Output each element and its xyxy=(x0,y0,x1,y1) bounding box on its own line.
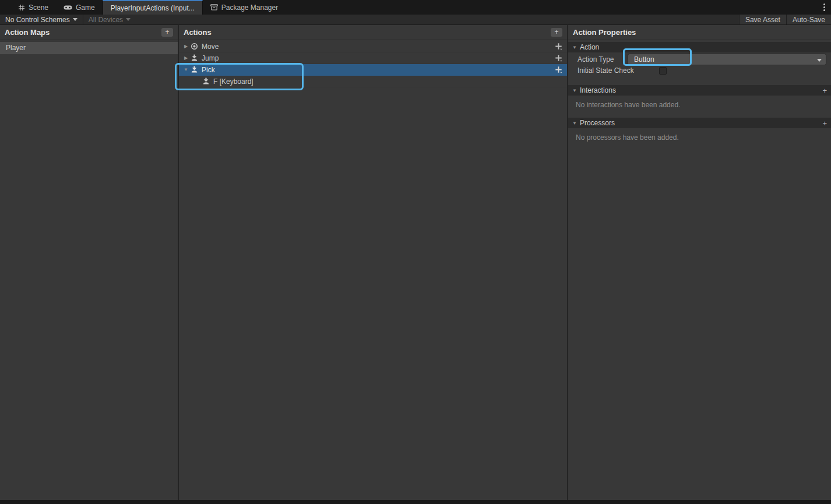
save-asset-button[interactable]: Save Asset xyxy=(739,15,786,24)
processors-empty-message: No processors have been added. xyxy=(568,133,831,142)
tab-package-manager-label: Package Manager xyxy=(221,3,278,12)
foldout-expanded-icon[interactable]: ▼ xyxy=(181,67,191,72)
action-type-value: Button xyxy=(634,55,654,64)
foldout-expanded-icon: ▼ xyxy=(572,121,577,126)
action-properties-header: Action Properties xyxy=(568,25,831,40)
chevron-down-icon xyxy=(817,59,822,62)
actions-header: Actions + xyxy=(179,25,567,40)
add-binding-button[interactable] xyxy=(554,54,563,62)
binding-row-label: F [Keyboard] xyxy=(213,77,253,86)
main-area: Action Maps + Player Actions + ▶ Move xyxy=(0,25,831,500)
action-maps-list: Player xyxy=(0,40,178,54)
chevron-down-icon xyxy=(126,18,131,21)
binding-row-f-keyboard[interactable]: F [Keyboard] xyxy=(179,76,567,87)
add-action-button[interactable]: + xyxy=(551,28,562,37)
action-section-foldout[interactable]: ▼ Action xyxy=(568,42,831,52)
action-properties-panel: Action Properties ▼ Action Action Type B… xyxy=(568,25,831,500)
action-properties-title: Action Properties xyxy=(573,28,636,37)
kebab-menu-icon[interactable] xyxy=(818,0,831,15)
button-action-icon xyxy=(191,66,198,73)
chevron-down-icon xyxy=(73,18,78,21)
actions-panel: Actions + ▶ Move ▶ xyxy=(179,25,567,500)
action-row-jump[interactable]: ▶ Jump xyxy=(179,52,567,64)
value-action-icon xyxy=(191,43,198,50)
action-row-label: Jump xyxy=(202,54,219,62)
devices-label: All Devices xyxy=(89,16,123,24)
processors-section-title: Processors xyxy=(580,119,615,127)
action-section-title: Action xyxy=(580,43,599,51)
add-binding-button[interactable] xyxy=(554,65,563,74)
initial-state-check-label: Initial State Check xyxy=(578,66,659,75)
foldout-collapsed-icon[interactable]: ▶ xyxy=(181,44,191,49)
action-type-row: Action Type Button xyxy=(568,54,831,65)
control-schemes-dropdown[interactable]: No Control Schemes xyxy=(0,15,83,24)
action-maps-title: Action Maps xyxy=(5,28,50,37)
actions-title: Actions xyxy=(184,28,212,37)
package-icon xyxy=(210,4,218,10)
add-interaction-button[interactable]: + xyxy=(822,87,827,94)
toolbar: No Control Schemes All Devices Save Asse… xyxy=(0,15,831,25)
tab-game-label: Game xyxy=(76,3,95,12)
tab-game[interactable]: Game xyxy=(56,0,103,15)
foldout-collapsed-icon[interactable]: ▶ xyxy=(181,55,191,61)
action-type-label: Action Type xyxy=(578,55,628,64)
processors-section-foldout[interactable]: ▼ Processors + xyxy=(568,118,831,128)
gamepad-icon xyxy=(64,5,72,10)
action-row-label: Pick xyxy=(202,66,215,74)
interactions-section-title: Interactions xyxy=(580,86,616,94)
action-type-dropdown[interactable]: Button xyxy=(628,54,826,65)
initial-state-check-checkbox[interactable] xyxy=(659,67,667,75)
scene-grid-icon xyxy=(18,4,25,11)
initial-state-check-row: Initial State Check xyxy=(568,66,831,75)
toolbar-spacer xyxy=(136,15,739,24)
action-row-move[interactable]: ▶ Move xyxy=(179,41,567,52)
action-row-pick[interactable]: ▼ Pick xyxy=(179,64,567,76)
unity-input-actions-window: Scene Game PlayerInputActions (Input... … xyxy=(0,0,831,504)
foldout-expanded-icon: ▼ xyxy=(572,45,577,50)
action-maps-header: Action Maps + xyxy=(0,25,178,40)
foldout-expanded-icon: ▼ xyxy=(572,88,577,93)
tab-scene-label: Scene xyxy=(29,3,48,12)
interactions-empty-message: No interactions have been added. xyxy=(568,101,831,109)
tab-player-input-actions-label: PlayerInputActions (Input... xyxy=(111,4,195,12)
button-action-icon xyxy=(202,77,210,85)
auto-save-button[interactable]: Auto-Save xyxy=(786,15,831,24)
tab-bar: Scene Game PlayerInputActions (Input... … xyxy=(0,0,831,15)
devices-dropdown[interactable]: All Devices xyxy=(83,15,136,24)
actions-tree: ▶ Move ▶ Jump xyxy=(179,40,567,87)
button-action-icon xyxy=(191,54,198,62)
action-map-item-player[interactable]: Player xyxy=(0,42,178,54)
add-binding-button[interactable] xyxy=(554,42,563,51)
window-bottom-edge xyxy=(0,500,831,504)
add-processor-button[interactable]: + xyxy=(822,119,827,127)
action-row-label: Move xyxy=(202,43,219,51)
save-asset-label: Save Asset xyxy=(745,16,780,24)
add-action-map-button[interactable]: + xyxy=(161,28,173,37)
tab-scene[interactable]: Scene xyxy=(10,0,56,15)
tab-player-input-actions[interactable]: PlayerInputActions (Input... xyxy=(103,0,203,15)
tab-package-manager[interactable]: Package Manager xyxy=(203,0,286,15)
interactions-section-foldout[interactable]: ▼ Interactions + xyxy=(568,85,831,96)
action-maps-panel: Action Maps + Player xyxy=(0,25,178,500)
auto-save-label: Auto-Save xyxy=(793,16,825,24)
control-schemes-label: No Control Schemes xyxy=(5,16,70,24)
